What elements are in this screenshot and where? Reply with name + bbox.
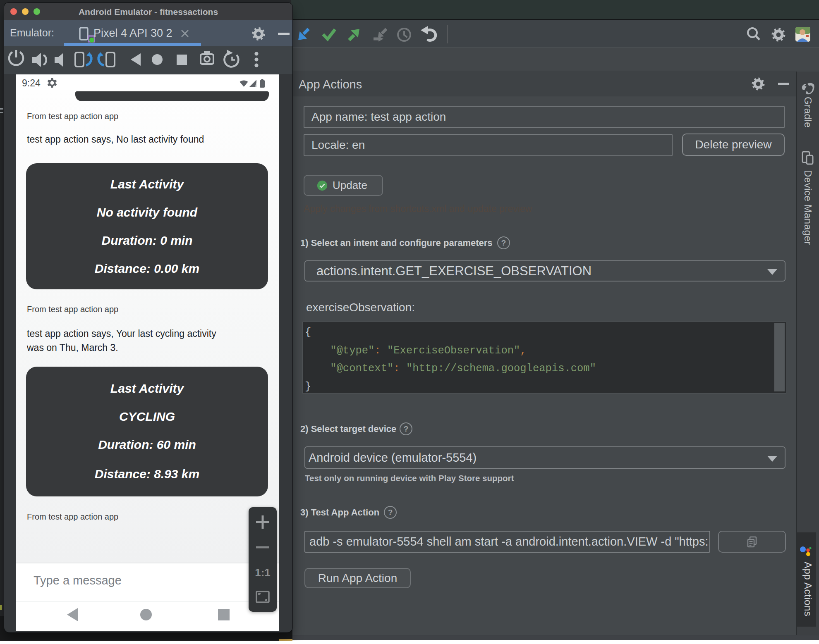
svg-text:1:1: 1:1 (255, 566, 271, 579)
